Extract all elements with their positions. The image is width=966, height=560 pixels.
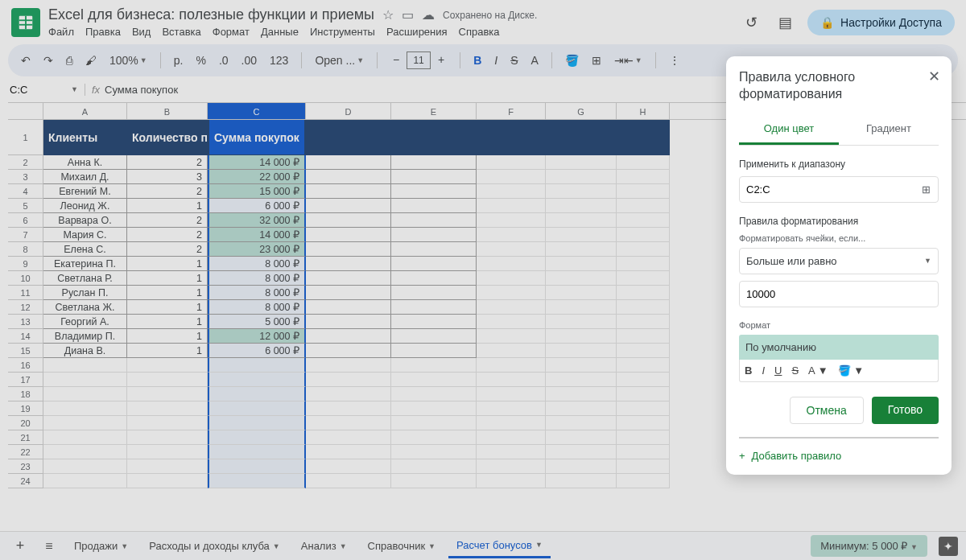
cell[interactable] bbox=[306, 344, 391, 358]
cell[interactable]: Светлана Р. bbox=[43, 271, 127, 286]
cell[interactable] bbox=[391, 329, 477, 344]
cell[interactable] bbox=[546, 170, 617, 184]
cell[interactable] bbox=[546, 416, 617, 430]
cell[interactable]: 3 bbox=[127, 170, 208, 184]
cell[interactable] bbox=[208, 387, 306, 401]
tab-single-color[interactable]: Один цвет bbox=[739, 114, 839, 145]
share-button[interactable]: 🔒 Настройки Доступа bbox=[807, 10, 955, 35]
increase-decimal-button[interactable]: .00 bbox=[238, 51, 260, 70]
row-header[interactable]: 6 bbox=[8, 213, 43, 228]
document-title[interactable]: Excel для бизнеса: полезные функции и пр… bbox=[48, 6, 374, 23]
cell[interactable]: Владимир П. bbox=[43, 329, 127, 344]
cell[interactable] bbox=[617, 474, 670, 488]
sheet-tab[interactable]: Анализ ▼ bbox=[293, 534, 355, 558]
cell[interactable] bbox=[43, 401, 127, 416]
redo-button[interactable]: ↷ bbox=[40, 51, 56, 70]
cell[interactable] bbox=[208, 358, 306, 373]
cell[interactable] bbox=[617, 155, 670, 170]
cell[interactable]: 8 000 ₽ bbox=[208, 286, 306, 300]
cell[interactable] bbox=[391, 401, 477, 416]
cell[interactable] bbox=[306, 329, 391, 344]
row-header[interactable]: 16 bbox=[8, 358, 43, 373]
cell[interactable] bbox=[546, 430, 617, 445]
col-header-D[interactable]: D bbox=[306, 103, 391, 119]
col-header-G[interactable]: G bbox=[546, 103, 617, 119]
cell[interactable]: 2 bbox=[127, 155, 208, 170]
row-header[interactable]: 11 bbox=[8, 286, 43, 300]
cell[interactable] bbox=[617, 228, 670, 242]
cell[interactable] bbox=[127, 387, 208, 401]
cell[interactable] bbox=[477, 401, 546, 416]
fmt-text-color[interactable]: A ▼ bbox=[808, 364, 828, 377]
row-header[interactable]: 12 bbox=[8, 300, 43, 315]
cell[interactable] bbox=[477, 120, 546, 155]
folder-icon[interactable]: ▭ bbox=[402, 7, 414, 23]
cell[interactable] bbox=[477, 271, 546, 286]
cell[interactable] bbox=[208, 373, 306, 387]
cell[interactable] bbox=[391, 184, 477, 199]
row-header[interactable]: 5 bbox=[8, 199, 43, 213]
cell[interactable] bbox=[546, 155, 617, 170]
row-header[interactable]: 18 bbox=[8, 387, 43, 401]
cell[interactable] bbox=[306, 387, 391, 401]
row-header[interactable]: 1 bbox=[8, 120, 43, 155]
row-header[interactable]: 10 bbox=[8, 271, 43, 286]
cell[interactable] bbox=[617, 459, 670, 474]
cell[interactable]: Сумма покупок bbox=[208, 120, 306, 155]
fmt-underline[interactable]: U bbox=[774, 364, 782, 377]
cell[interactable] bbox=[617, 358, 670, 373]
cell[interactable] bbox=[617, 445, 670, 459]
cell[interactable] bbox=[477, 228, 546, 242]
range-input[interactable] bbox=[739, 176, 939, 203]
cell[interactable] bbox=[43, 474, 127, 488]
col-header-A[interactable]: A bbox=[43, 103, 127, 119]
cell[interactable] bbox=[617, 373, 670, 387]
cell[interactable] bbox=[546, 358, 617, 373]
cell[interactable] bbox=[306, 459, 391, 474]
cell[interactable]: 1 bbox=[127, 329, 208, 344]
row-header[interactable]: 23 bbox=[8, 459, 43, 474]
font-size-decrease[interactable]: − bbox=[387, 51, 405, 69]
cell[interactable] bbox=[546, 474, 617, 488]
row-header[interactable]: 9 bbox=[8, 257, 43, 271]
cell[interactable] bbox=[546, 459, 617, 474]
explore-button[interactable]: ✦ bbox=[939, 537, 958, 556]
menu-Справка[interactable]: Справка bbox=[459, 26, 500, 38]
cell[interactable] bbox=[477, 155, 546, 170]
row-header[interactable]: 8 bbox=[8, 242, 43, 257]
cell[interactable]: 2 bbox=[127, 184, 208, 199]
cell[interactable]: Мария С. bbox=[43, 228, 127, 242]
cell[interactable] bbox=[546, 286, 617, 300]
cell[interactable] bbox=[391, 257, 477, 271]
cell[interactable] bbox=[208, 474, 306, 488]
cell[interactable] bbox=[43, 445, 127, 459]
cell[interactable] bbox=[43, 387, 127, 401]
cell[interactable] bbox=[306, 199, 391, 213]
add-sheet-button[interactable]: + bbox=[8, 537, 32, 554]
cell[interactable] bbox=[546, 373, 617, 387]
cell[interactable] bbox=[546, 228, 617, 242]
cell[interactable] bbox=[391, 120, 477, 155]
cell[interactable] bbox=[306, 155, 391, 170]
cell[interactable] bbox=[546, 344, 617, 358]
comment-icon[interactable]: ▤ bbox=[774, 11, 796, 34]
menu-Данные[interactable]: Данные bbox=[261, 26, 299, 38]
cell[interactable]: Леонид Ж. bbox=[43, 199, 127, 213]
more-formats-button[interactable]: 123 bbox=[266, 51, 291, 70]
cell[interactable] bbox=[208, 430, 306, 445]
text-color-button[interactable]: A bbox=[527, 51, 541, 70]
cell[interactable]: Евгений М. bbox=[43, 184, 127, 199]
cell[interactable] bbox=[127, 373, 208, 387]
formula-bar[interactable]: Сумма покупок bbox=[105, 84, 178, 96]
cell[interactable] bbox=[43, 373, 127, 387]
menu-Инструменты[interactable]: Инструменты bbox=[310, 26, 375, 38]
cell[interactable] bbox=[617, 286, 670, 300]
cell[interactable] bbox=[477, 459, 546, 474]
strike-button[interactable]: S bbox=[507, 51, 521, 70]
cell[interactable] bbox=[391, 286, 477, 300]
value-input[interactable] bbox=[739, 281, 939, 307]
cell[interactable] bbox=[127, 401, 208, 416]
row-header[interactable]: 24 bbox=[8, 474, 43, 488]
cell[interactable]: 23 000 ₽ bbox=[208, 242, 306, 257]
toolbar-more[interactable]: ⋮ bbox=[666, 51, 683, 70]
